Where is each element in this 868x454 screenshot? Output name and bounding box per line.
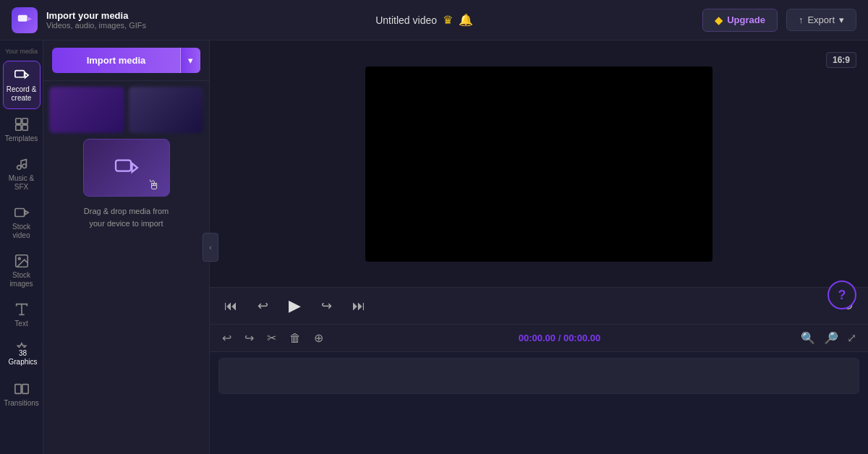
sidebar-item-transitions[interactable]: Transitions [3, 375, 41, 414]
templates-label: Templates [5, 134, 38, 143]
sidebar-item-record-create[interactable]: Record &create [3, 61, 41, 109]
media-thumb-2[interactable] [129, 87, 204, 133]
fit-icon: ⤢ [847, 332, 856, 344]
app-subtitle: Videos, audio, images, GIFs [46, 21, 146, 30]
import-media-dropdown-button[interactable]: ▾ [180, 48, 200, 73]
music-sfx-icon [14, 156, 30, 172]
export-label: Export [807, 14, 835, 25]
drag-drop-text: Drag & drop media fromyour device to imp… [78, 202, 174, 232]
svg-point-14 [16, 352, 19, 355]
timeline-track-1[interactable] [218, 358, 859, 394]
play-icon: ▶ [289, 296, 301, 315]
media-thumb-1[interactable] [49, 87, 124, 133]
svg-rect-0 [18, 14, 27, 21]
sidebar-item-music-sfx[interactable]: Music & SFX [3, 150, 41, 197]
text-label: Text [14, 320, 27, 328]
aspect-ratio-badge[interactable]: 16:9 [826, 52, 856, 68]
music-sfx-label: Music & SFX [6, 174, 38, 192]
import-btn-wrapper: Import media ▾ [52, 48, 200, 73]
stock-images-label: Stockimages [9, 271, 33, 288]
svg-marker-19 [132, 163, 137, 172]
sidebar-item-stock-images[interactable]: Stockimages [3, 247, 41, 294]
app-logo [12, 7, 38, 33]
play-button[interactable]: ▶ [286, 294, 304, 318]
stock-video-label: Stock video [6, 223, 38, 240]
sidebar-collapse-button[interactable]: ‹ [203, 233, 218, 262]
sidebar-item-templates[interactable]: Templates [3, 111, 41, 149]
svg-marker-11 [25, 210, 28, 215]
svg-rect-7 [22, 125, 27, 130]
timeline-time-display: 00:00.00 / 00:00.00 [519, 333, 600, 343]
import-media-label: Import media [87, 55, 146, 66]
timeline-toolbar: ↩ ↪ ✂ 🗑 ⊕ 00:00.00 / 00:00.00 🔍 [210, 325, 868, 352]
top-bar: Import your media Videos, audio, images,… [0, 0, 868, 40]
top-bar-middle: Untitled video ♛ 🔔 [146, 13, 702, 27]
svg-rect-18 [116, 160, 131, 171]
templates-icon [14, 116, 30, 132]
upgrade-label: Upgrade [727, 14, 765, 25]
zoom-controls: 🔍 🔎 ⤢ [798, 330, 859, 346]
rewind-icon: ↩ [258, 298, 268, 314]
sidebar-wrapper: Import media ▾ [43, 40, 210, 454]
svg-rect-16 [22, 385, 27, 394]
video-canvas [365, 67, 712, 262]
your-media-label: Your media [5, 48, 38, 55]
svg-rect-5 [22, 119, 27, 124]
undo-icon: ↩ [222, 332, 231, 344]
stock-video-icon [14, 205, 30, 220]
cut-button[interactable]: ✂ [263, 329, 280, 347]
video-controls: ⏮ ↩ ▶ ↪ ⏭ ↻ [210, 287, 868, 324]
svg-rect-6 [15, 125, 20, 130]
redo-button[interactable]: ↪ [241, 329, 258, 347]
zoom-in-icon: 🔎 [824, 332, 838, 344]
svg-rect-4 [15, 119, 20, 124]
panel-header: Import media ▾ [43, 40, 209, 81]
main-content: Your media Record &create Templates [0, 40, 868, 454]
sidebar-item-graphics[interactable]: Graphics 38 Graphics [3, 335, 41, 374]
svg-rect-10 [14, 209, 24, 217]
svg-marker-1 [28, 17, 33, 21]
film-icon [114, 155, 140, 181]
add-to-timeline-button[interactable]: ⊕ [310, 329, 327, 347]
help-button[interactable]: ? [827, 280, 856, 309]
zoom-out-icon: 🔍 [801, 332, 815, 344]
skip-forward-button[interactable]: ⏭ [349, 296, 368, 317]
graphics-label: Graphics [7, 359, 35, 368]
media-grid: 🖱 Drag & drop media fromyour device to i… [43, 81, 209, 454]
crown-icon: ♛ [443, 13, 453, 27]
fit-timeline-button[interactable]: ⤢ [844, 330, 859, 346]
sidebar-item-text[interactable]: Text [3, 296, 41, 334]
video-preview-container: 16:9 [210, 40, 868, 287]
upgrade-button[interactable]: ◆ Upgrade [702, 9, 778, 32]
left-nav: Your media Record &create Templates [0, 40, 43, 454]
redo-icon: ↪ [244, 332, 254, 344]
svg-point-8 [17, 166, 20, 170]
delete-button[interactable]: 🗑 [286, 330, 305, 347]
sidebar-panel: Import media ▾ [43, 40, 210, 454]
app-title-area: Import your media Videos, audio, images,… [46, 10, 146, 30]
bell-icon: 🔔 [459, 13, 473, 27]
add-clip-icon: ⊕ [314, 332, 323, 344]
zoom-out-button[interactable]: 🔍 [798, 330, 818, 346]
svg-point-13 [18, 257, 20, 260]
zoom-in-button[interactable]: 🔎 [821, 330, 841, 346]
help-icon: ? [838, 288, 846, 303]
export-button[interactable]: ↑ Export ▾ [786, 9, 856, 31]
svg-marker-3 [25, 72, 28, 77]
sidebar-item-stock-video[interactable]: Stock video [3, 199, 41, 246]
scissors-icon: ✂ [267, 332, 276, 344]
chevron-down-icon: ▾ [188, 55, 193, 66]
undo-button[interactable]: ↩ [218, 329, 235, 347]
svg-point-9 [22, 164, 25, 168]
rewind-5s-button[interactable]: ↩ [255, 295, 271, 317]
import-media-button[interactable]: Import media [52, 48, 180, 73]
top-bar-right: ◆ Upgrade ↑ Export ▾ [702, 9, 856, 32]
cursor-icon: 🖱 [148, 178, 161, 193]
skip-back-button[interactable]: ⏮ [221, 296, 240, 317]
forward-5s-button[interactable]: ↪ [318, 295, 335, 317]
media-thumbnails-top [49, 87, 203, 133]
svg-rect-2 [14, 71, 24, 77]
record-create-label: Record &create [7, 85, 37, 103]
media-thumb-featured[interactable]: 🖱 [83, 139, 170, 197]
trash-icon: 🗑 [289, 332, 301, 344]
